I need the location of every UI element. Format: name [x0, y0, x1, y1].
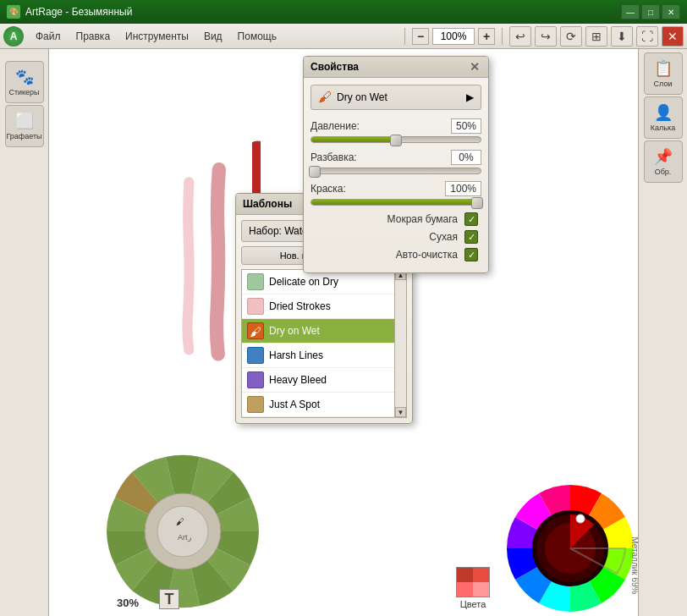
properties-close-button[interactable]: ✕ [468, 60, 481, 74]
tool-tracing[interactable]: 👤 Калька [644, 96, 683, 139]
main-content: 🐾 Стикеры ⬜ Графаеты [0, 49, 687, 616]
pressure-value: 50% [451, 118, 481, 134]
separator2 [502, 28, 503, 45]
template-thumb-spot [247, 396, 264, 413]
svg-point-1 [157, 506, 208, 557]
grid-button[interactable]: ⊞ [585, 26, 607, 47]
color-swatch-button[interactable]: Цвета [452, 567, 494, 609]
zoom-display: 100% [432, 28, 475, 45]
template-item-delicate[interactable]: Delicate on Dry [242, 270, 406, 294]
template-item-dried[interactable]: Dried Strokes [242, 294, 406, 319]
thinness-track[interactable] [311, 168, 481, 174]
template-label-heavy: Heavy Bleed [269, 374, 327, 386]
template-list: Delicate on Dry Dried Strokes 🖌 [241, 269, 407, 418]
left-sidebar: 🐾 Стикеры ⬜ Графаеты [0, 49, 49, 616]
color-grid [456, 567, 490, 597]
tool-references[interactable]: 📌 Обр. [644, 140, 683, 183]
stickers-label: Стикеры [8, 88, 39, 96]
auto-clear-label: Авто-очистка [396, 249, 458, 261]
stencils-icon: ⬜ [15, 112, 34, 130]
pressure-track[interactable] [311, 136, 481, 143]
references-icon: 📌 [654, 147, 673, 166]
tool-palette-svg: 🖌 Artر [98, 447, 267, 616]
fullscreen-button[interactable]: ⛶ [636, 26, 658, 47]
template-label-harsh: Harsh Lines [269, 349, 323, 361]
zoom-in-button[interactable]: + [478, 28, 495, 45]
references-label: Обр. [655, 168, 672, 176]
menu-tools[interactable]: Инструменты [118, 28, 195, 45]
metallic-label: Металлик 69% [630, 536, 639, 594]
text-tool-button[interactable]: T [159, 589, 179, 609]
svg-text:Artر: Artر [178, 533, 191, 542]
window-controls[interactable]: — □ ✕ [621, 4, 680, 19]
template-item-heavy[interactable]: Heavy Bleed [242, 368, 406, 393]
rotate-button[interactable]: ⟳ [560, 26, 582, 47]
paint-value: 100% [445, 181, 481, 196]
window-title: ArtRage - Безымянный [25, 6, 132, 18]
scroll-down-button[interactable]: ▼ [395, 407, 406, 417]
thinness-slider-row: Разбавка: 0% [311, 150, 481, 174]
x-button[interactable]: ✕ [662, 26, 684, 47]
template-item-spot[interactable]: Just A Spot [242, 393, 406, 417]
menu-help[interactable]: Помощь [231, 28, 283, 45]
dry-label: Сухая [429, 231, 458, 243]
color-wheel-svg [503, 481, 638, 616]
menu-edit[interactable]: Правка [69, 28, 118, 45]
layers-label: Слои [654, 80, 673, 88]
download-button[interactable]: ⬇ [611, 26, 633, 47]
right-sidebar: 📋 Слои 👤 Калька 📌 Обр. [638, 49, 687, 616]
properties-panel-header: Свойства ✕ [304, 57, 488, 78]
menu-file[interactable]: Файл [29, 28, 68, 45]
preset-arrow-icon: ▶ [466, 91, 474, 103]
template-thumb-dried [247, 298, 264, 315]
color-wheel-container[interactable]: Металлик 69% [503, 481, 638, 616]
undo-button[interactable]: ↩ [509, 26, 531, 47]
preset-name: Dry on Wet [337, 91, 387, 103]
tool-layers[interactable]: 📋 Слои [644, 52, 683, 95]
wet-paper-label: Мокрая бумага [387, 213, 458, 225]
template-label-spot: Just A Spot [269, 399, 320, 410]
tool-stickers[interactable]: 🐾 Стикеры [5, 61, 44, 103]
tool-palette: 🖌 Artر [98, 447, 267, 616]
properties-content: 🖌 Dry on Wet ▶ Давление: 50% [304, 78, 488, 272]
template-thumb-delicate [247, 273, 264, 290]
layers-icon: 📋 [654, 59, 673, 78]
stickers-icon: 🐾 [15, 68, 34, 86]
app-icon: 🎨 [7, 5, 20, 19]
dry-checkbox[interactable]: ✓ [464, 230, 478, 244]
svg-text:🖌: 🖌 [176, 517, 184, 526]
template-thumb-harsh [247, 347, 264, 364]
template-item-dry-on-wet[interactable]: 🖌 Dry on Wet [242, 319, 406, 344]
properties-panel: Свойства ✕ 🖌 Dry on Wet ▶ Давление: 50% [303, 56, 489, 273]
pressure-slider-row: Давление: 50% [311, 118, 481, 143]
template-label-delicate: Delicate on Dry [269, 276, 338, 288]
template-thumb-heavy [247, 371, 264, 388]
toolbar-right: − 100% + ↩ ↪ ⟳ ⊞ ⬇ ⛶ ✕ [401, 26, 684, 47]
paint-track[interactable] [311, 199, 481, 206]
zoom-indicator: 30% [117, 597, 139, 609]
zoom-out-button[interactable]: − [412, 28, 429, 45]
menu-view[interactable]: Вид [197, 28, 229, 45]
template-item-harsh[interactable]: Harsh Lines [242, 344, 406, 368]
tool-stencils[interactable]: ⬜ Графаеты [5, 105, 44, 147]
maximize-button[interactable]: □ [641, 4, 660, 19]
wet-paper-checkbox[interactable]: ✓ [464, 212, 478, 226]
separator [404, 28, 405, 45]
minimize-button[interactable]: — [621, 4, 640, 19]
templates-title: Шаблоны [243, 198, 292, 210]
brush-preset-icon: 🖌 [318, 90, 332, 105]
pressure-label: Давление: [311, 120, 360, 132]
app-logo: A [3, 26, 24, 47]
redo-button[interactable]: ↪ [535, 26, 557, 47]
paint-slider-row: Краска: 100% [311, 181, 481, 206]
preset-selector[interactable]: 🖌 Dry on Wet ▶ [311, 85, 481, 110]
canvas-area[interactable]: Свойства ✕ 🖌 Dry on Wet ▶ Давление: 50% [49, 49, 638, 616]
menu-bar: A Файл Правка Инструменты Вид Помощь − 1… [0, 24, 687, 49]
auto-clear-checkbox[interactable]: ✓ [464, 248, 478, 261]
close-button[interactable]: ✕ [662, 4, 680, 19]
svg-point-7 [576, 514, 585, 523]
template-label-dried: Dried Strokes [269, 300, 331, 312]
title-bar: 🎨 ArtRage - Безымянный — □ ✕ [0, 0, 687, 24]
tracing-label: Калька [651, 124, 675, 132]
dry-checkbox-row: Сухая ✓ [311, 230, 481, 244]
